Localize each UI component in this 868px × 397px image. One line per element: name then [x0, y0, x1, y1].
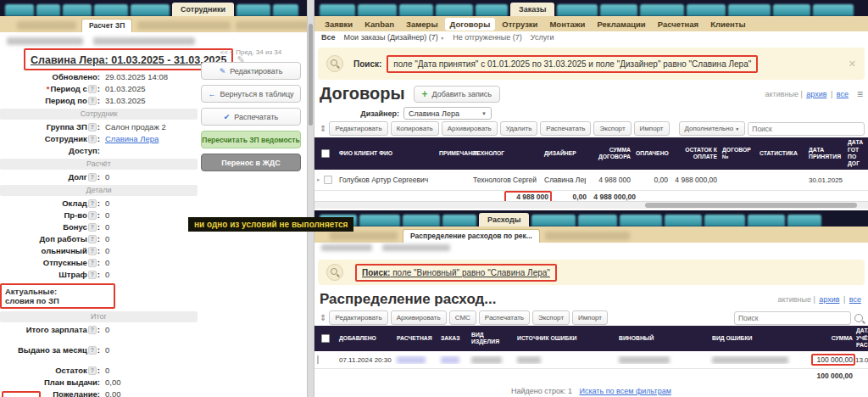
info-icon[interactable]: ? [88, 97, 97, 105]
blurred-tab[interactable] [787, 215, 821, 226]
view-archive[interactable]: архив [806, 90, 826, 98]
blurred-tab[interactable] [442, 215, 476, 226]
toolbar-import[interactable]: Импорт [634, 121, 670, 136]
designer-select[interactable]: Славина Лера▼ [403, 107, 492, 120]
search-all-filters-link[interactable]: Искать по всем фильтрам [579, 387, 670, 395]
pin-icon[interactable]: ⇕ [320, 313, 326, 322]
tab-orders[interactable]: Заказы [510, 3, 554, 16]
view-archive[interactable]: архив [819, 295, 839, 304]
menu-zayavki[interactable]: Заявки [320, 18, 358, 31]
info-icon[interactable]: ? [88, 326, 97, 334]
back-to-table-button[interactable]: ←Вернуться в таблицу [201, 85, 301, 103]
blurred-tab[interactable] [63, 4, 92, 16]
horizontal-scrollbar[interactable] [314, 201, 868, 209]
blurred-tab[interactable] [600, 4, 637, 16]
blurred-tab[interactable] [531, 215, 576, 226]
blurred-doc-tab[interactable] [137, 21, 231, 30]
blurred-tab[interactable] [399, 4, 433, 16]
blurred-doc-tab[interactable] [545, 232, 630, 240]
blurred-tab[interactable] [359, 215, 400, 226]
blurred-tab[interactable] [557, 4, 598, 16]
info-icon[interactable]: ? [88, 123, 97, 131]
menu-raschetnaya[interactable]: Расчетная [653, 18, 704, 31]
filter-services[interactable]: Услуги [531, 33, 554, 42]
info-icon[interactable]: ? [88, 85, 97, 93]
info-icon[interactable]: ? [88, 223, 97, 232]
blurred-tab[interactable] [236, 4, 270, 16]
info-icon[interactable]: ? [88, 199, 97, 208]
blurred-tab[interactable] [36, 4, 60, 16]
toolbar-copy[interactable]: Копировать [391, 121, 439, 136]
blurred-tab[interactable] [476, 4, 508, 16]
info-icon[interactable]: ? [88, 211, 97, 220]
menu-icon[interactable]: ≡ [857, 88, 863, 100]
expenses-search-condition[interactable]: Поиск: поле "Виновный" равно "Славина Ле… [357, 266, 555, 280]
tab-salary-calc[interactable]: Расчет ЗП [81, 19, 132, 32]
menu-kanban[interactable]: Kanban [359, 18, 399, 31]
blurred-tab[interactable] [748, 215, 785, 226]
window-divider-scrollbar[interactable] [307, 0, 314, 397]
row-checkbox[interactable] [317, 355, 319, 364]
table-search-input[interactable] [748, 122, 865, 136]
menu-zamery[interactable]: Замеры [401, 18, 442, 31]
blurred-tab[interactable] [620, 215, 662, 226]
menu-klienty[interactable]: Клиенты [705, 18, 750, 31]
add-record-button[interactable]: +Добавить запись [414, 86, 501, 103]
filter-all[interactable]: Все [321, 33, 336, 42]
blurred-tab[interactable] [436, 4, 473, 16]
blurred-tab[interactable] [687, 4, 726, 16]
menu-montazhi[interactable]: Монтажи [544, 18, 590, 31]
table-row[interactable]: ▸ Голубков Артур Сергеевич Технологов Се… [314, 170, 868, 191]
blurred-doc-tab[interactable] [236, 21, 307, 30]
info-icon[interactable]: ? [88, 346, 97, 355]
toolbar-archive[interactable]: Архивировать [442, 121, 498, 136]
table-search-input[interactable] [734, 311, 851, 325]
menu-otgruzki[interactable]: Отгрузки [497, 18, 542, 31]
row-expander-icon[interactable]: ▸ [317, 176, 320, 183]
pin-icon[interactable]: ⇕ [320, 124, 326, 133]
blurred-tab[interactable] [640, 4, 684, 16]
transfer-zhds-button[interactable]: Перенос в ЖДС [201, 154, 301, 171]
info-icon[interactable]: ? [88, 235, 97, 243]
info-icon[interactable]: ? [88, 247, 97, 255]
view-all[interactable]: все [837, 90, 849, 98]
blurred-tab[interactable] [773, 4, 810, 16]
tab-expenses[interactable]: Расходы [479, 213, 529, 226]
toolbar-more[interactable]: Дополнительно ▼ [679, 121, 746, 136]
toolbar-sms[interactable]: СМС [449, 310, 476, 325]
menu-dogovory[interactable]: Договоры [445, 18, 496, 31]
blurred-tab[interactable] [704, 215, 745, 226]
blurred-doc-tab[interactable] [17, 21, 76, 30]
info-icon[interactable]: ? [88, 135, 97, 143]
view-active[interactable]: активные [777, 295, 810, 304]
info-icon[interactable]: ? [88, 271, 97, 279]
info-icon[interactable]: ? [88, 259, 97, 267]
blurred-tab[interactable] [728, 4, 771, 16]
search-icon[interactable] [326, 55, 343, 72]
menu-reklamacii[interactable]: Рекламации [592, 18, 650, 31]
scrollbar-thumb[interactable] [645, 203, 857, 208]
scrollbar-thumb[interactable] [309, 24, 313, 126]
print-button[interactable]: ✔Распечатать [201, 108, 301, 126]
view-active[interactable]: активные [765, 90, 798, 98]
table-row[interactable]: 07.11.2024 20:30 100 000,00 13.02 [314, 351, 868, 369]
blurred-tab[interactable] [358, 4, 397, 16]
toolbar-export[interactable]: Экспорт [532, 310, 570, 325]
edit-button[interactable]: ✎Редактировать [201, 62, 301, 80]
blurred-tab[interactable] [273, 4, 298, 16]
info-icon[interactable]: ? [88, 173, 97, 182]
blurred-doc-tab[interactable] [330, 232, 398, 240]
recalc-salary-button[interactable]: Пересчитать ЗП ведомость [201, 131, 301, 148]
toolbar-export[interactable]: Экспорт [593, 121, 631, 136]
blurred-tab[interactable] [131, 4, 170, 16]
record-pager[interactable]: << < Пред. 34 из 34 [201, 48, 301, 56]
employee-link[interactable]: Славина Лера [105, 133, 159, 144]
blurred-tab[interactable] [578, 215, 617, 226]
blurred-tab[interactable] [403, 215, 440, 226]
view-all[interactable]: все [849, 295, 861, 304]
tab-expense-distribution[interactable]: Распределение расходов по рек... [403, 229, 540, 243]
blurred-tab[interactable] [320, 4, 355, 16]
search-icon[interactable] [854, 314, 863, 322]
close-icon[interactable]: ✕ [849, 59, 856, 70]
filter-not-shipped[interactable]: Не отгруженные (7) [453, 33, 522, 42]
